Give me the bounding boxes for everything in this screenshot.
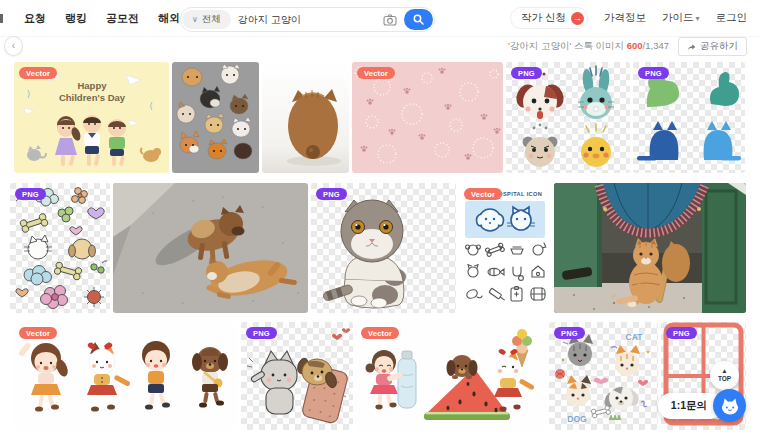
thumbnail-animal-face-stickers[interactable]: PNG (506, 62, 630, 173)
header-actions: 작가 신청 → 가격정보 가이드 ▾ 로그인 (510, 0, 747, 36)
search-category-dropdown[interactable]: ∨ 전체 (182, 10, 231, 29)
scottish-fold-cat-illustration (311, 183, 456, 313)
svg-text:Happy: Happy (77, 80, 107, 91)
results-count-shown: 600 (627, 40, 643, 51)
artist-apply-label: 작가 신청 (521, 11, 566, 25)
top-navigation-bar: 요청 랭킹 공모전 해외이미지 비디오 ∨ 전체 작가 신청 → (0, 0, 760, 37)
painted-pet-faces-illustration (172, 62, 259, 173)
search-results-grid: Vector Happy Children's Day (0, 62, 760, 440)
top-button-label: TOP (718, 375, 731, 383)
camera-icon (383, 14, 397, 26)
search-input[interactable] (232, 14, 381, 25)
png-badge: PNG (554, 327, 585, 339)
results-summary-prefix: '강아지 고양이' 스톡 이미지 (508, 40, 624, 51)
cat-face-icon (720, 396, 740, 416)
doodle-stickers-illustration (10, 183, 110, 313)
share-label: 공유하기 (700, 40, 738, 53)
plush-cat-render (262, 62, 349, 173)
pet-hospital-icon-set: PET HOSPITAL ICON (459, 183, 551, 313)
thumbnail-plush-cat-back[interactable] (262, 62, 349, 173)
nav-item-ranking[interactable]: 랭킹 (65, 11, 87, 26)
results-row-3: Vector (14, 322, 760, 430)
thumbnail-painted-pet-faces[interactable] (172, 62, 259, 173)
guide-menu[interactable]: 가이드 ▾ (662, 11, 700, 25)
thumbnail-cat-umbrella-photo[interactable] (554, 183, 746, 313)
collapse-panel-button[interactable]: ‹ (4, 36, 23, 56)
chat-launcher-button[interactable] (713, 389, 746, 422)
thumbnail-kids-and-pets-running[interactable]: Vector (14, 322, 238, 430)
nav-item-request[interactable]: 요청 (24, 11, 46, 26)
search-category-label: 전체 (202, 13, 221, 26)
arrow-right-icon: → (571, 12, 584, 25)
guide-label: 가이드 (662, 11, 694, 25)
results-meta-bar: '강아지 고양이' 스톡 이미지 600/1,347 공유하기 (508, 37, 747, 56)
thumbnail-summer-kids-pets[interactable]: Vector (356, 322, 546, 430)
chat-widget: 1:1문의 (658, 389, 746, 422)
share-icon (687, 43, 696, 51)
search-icon (413, 14, 424, 25)
vector-badge: Vector (19, 67, 57, 79)
png-badge: PNG (638, 67, 669, 79)
cat-under-umbrella-photo (554, 183, 746, 313)
pricing-link[interactable]: 가격정보 (604, 11, 646, 25)
png-badge: PNG (666, 327, 697, 339)
search-bar: ∨ 전체 (180, 7, 435, 32)
search-submit-button[interactable] (404, 9, 433, 30)
vector-badge: Vector (357, 67, 395, 79)
png-badge: PNG (246, 327, 277, 339)
png-badge: PNG (15, 188, 46, 200)
thumbnail-childrens-day[interactable]: Vector Happy Children's Day (14, 62, 169, 173)
clipped-nav-item (0, 14, 3, 23)
thumbnail-cat-dog-blanket[interactable]: PNG (241, 322, 353, 430)
thumbnail-doodle-stickers[interactable]: PNG (10, 183, 110, 313)
dogs-on-concrete-photo (113, 183, 308, 313)
thumbnail-dogs-photo[interactable] (113, 183, 308, 313)
png-badge: PNG (511, 67, 542, 79)
thumbnail-animal-silhouettes[interactable]: PNG (633, 62, 745, 173)
png-badge: PNG (316, 188, 347, 200)
vector-badge: Vector (464, 188, 502, 200)
svg-text:CAT: CAT (626, 332, 644, 342)
results-row-2: PNG (10, 183, 760, 313)
thumbnail-cat-dog-face-stickers[interactable]: PNG CAT DOG (549, 322, 658, 430)
vector-badge: Vector (361, 327, 399, 339)
chevron-down-icon: ∨ (192, 15, 198, 24)
svg-text:Children's Day: Children's Day (59, 92, 126, 103)
thumbnail-pet-hospital-icons[interactable]: Vector PET HOSPITAL ICON (459, 183, 551, 313)
scroll-to-top-button[interactable]: ▲ TOP (710, 361, 739, 390)
login-link[interactable]: 로그인 (716, 11, 748, 25)
back-chevron-icon: ‹ (12, 40, 15, 51)
nav-item-contest[interactable]: 공모전 (106, 11, 139, 26)
svg-text:DOG: DOG (567, 414, 587, 424)
results-row-1: Vector Happy Children's Day (14, 62, 760, 173)
thumbnail-scottish-fold-cat[interactable]: PNG (311, 183, 456, 313)
results-count-total: /1,347 (643, 40, 669, 51)
caret-down-icon: ▾ (695, 14, 699, 23)
image-search-camera-button[interactable] (381, 11, 399, 29)
thumbnail-pink-paw-pattern[interactable]: Vector (352, 62, 503, 173)
results-summary: '강아지 고양이' 스톡 이미지 600/1,347 (508, 40, 669, 53)
artist-apply-button[interactable]: 작가 신청 → (510, 7, 588, 29)
share-button[interactable]: 공유하기 (678, 37, 747, 56)
vector-badge: Vector (19, 327, 57, 339)
